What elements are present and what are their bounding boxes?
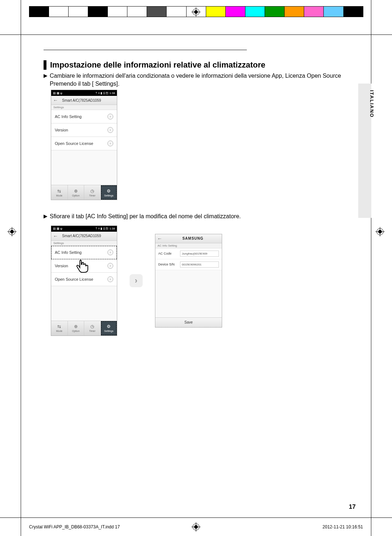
tab-settings[interactable]: ⚙Settings (101, 185, 117, 200)
field-label: Device S/N (158, 263, 180, 266)
triangle-icon: ▶ (44, 212, 48, 220)
tab-option[interactable]: ⊕Option (68, 321, 85, 336)
tab-option[interactable]: ⊕Option (68, 185, 85, 200)
arrow-right-icon: › (130, 274, 143, 287)
chevron-right-icon: › (107, 276, 113, 282)
screenshot-row: ▤▦ψ ⇡≡▮오전 1:38 ← Smart A/C(7825AD1059 Se… (51, 226, 356, 336)
heading-wrap: Impostazione delle informazioni relative… (44, 60, 356, 70)
chevron-right-icon: › (107, 141, 113, 146)
breadcrumb: Settings (51, 241, 117, 246)
list-item[interactable]: AC Info Setting› (51, 110, 117, 123)
back-icon[interactable]: ← (51, 233, 60, 239)
breadcrumb: Settings (51, 105, 117, 110)
field-label: AC Code (158, 252, 180, 255)
list-item[interactable]: Open Source License› (51, 273, 117, 286)
footer-timestamp: 2012-11-21 10:16:51 (323, 524, 363, 529)
field-row: AC Code Jungfrau(0015E909 (155, 248, 222, 259)
device-sn-input[interactable]: 0015E9096201 (180, 261, 219, 268)
list-item[interactable]: Open Source License› (51, 137, 117, 150)
footer: Crystal WiFi APP_IB_DB68-03373A_IT.indd … (29, 524, 363, 529)
language-label: ITALIANO (362, 90, 375, 118)
chevron-right-icon: › (107, 249, 113, 255)
status-time: 오전 1:38 (103, 227, 115, 230)
mode-icon: ⇆ (57, 188, 61, 194)
section-heading: Impostazione delle informazioni relative… (50, 60, 356, 70)
tab-bar: ⇆Mode ⊕Option ◷Timer ⚙Settings (51, 321, 117, 336)
back-icon[interactable]: ← (155, 236, 164, 241)
tab-settings[interactable]: ⚙Settings (101, 321, 117, 336)
registration-mark-icon (7, 227, 17, 236)
status-bar: ▤▦ψ ⇡≡▮오전 1:38 (51, 226, 117, 232)
bullet-text: Sfiorare il tab [AC Info Setting] per la… (50, 212, 241, 220)
tab-mode[interactable]: ⇆Mode (51, 185, 68, 200)
footer-file: Crystal WiFi APP_IB_DB68-03373A_IT.indd … (29, 524, 120, 529)
bullet-text: Cambiare le informazioni dell'aria condi… (50, 72, 356, 88)
status-time: 오전 1:38 (103, 92, 115, 95)
bullet-2: ▶ Sfiorare il tab [AC Info Setting] per … (44, 212, 356, 220)
option-icon: ⊕ (74, 188, 78, 194)
back-icon[interactable]: ← (51, 97, 60, 103)
phone-screenshot-3: ← SAMSUNG AC Info Setting AC Code Jungfr… (155, 234, 222, 328)
registration-mark-icon (375, 227, 385, 236)
app-title: Smart A/C(7825AD1059 (60, 98, 101, 102)
content-area: Impostazione delle informazioni relative… (44, 60, 356, 336)
heading-rule (44, 50, 247, 50)
timer-icon: ◷ (90, 188, 94, 194)
page-number: 17 (349, 503, 356, 511)
tab-mode[interactable]: ⇆Mode (51, 321, 68, 336)
ac-code-input[interactable]: Jungfrau(0015E909 (180, 251, 219, 257)
list-item[interactable]: Version› (51, 123, 117, 137)
app-title-row: ← Smart A/C(7825AD1059 (51, 96, 117, 105)
phone-screenshot-2: ▤▦ψ ⇡≡▮오전 1:38 ← Smart A/C(7825AD1059 Se… (51, 226, 117, 336)
bullet-1: ▶ Cambiare le informazioni dell'aria con… (44, 72, 356, 88)
brand-label: SAMSUNG (164, 236, 222, 240)
tab-bar: ⇆Mode ⊕Option ◷Timer ⚙Settings (51, 185, 117, 200)
breadcrumb: AC Info Setting (155, 243, 222, 248)
status-bar: ▤▦ψ ⇡≡▮오전 1:38 (51, 90, 117, 96)
chevron-right-icon: › (107, 263, 113, 269)
tab-timer[interactable]: ◷Timer (84, 321, 101, 336)
app-title: Smart A/C(7825AD1059 (60, 234, 101, 238)
chevron-right-icon: › (107, 127, 113, 133)
chevron-right-icon: › (107, 114, 113, 119)
app-title-row: ← Smart A/C(7825AD1059 (51, 232, 117, 241)
save-button[interactable]: Save (155, 317, 222, 327)
field-row: Device S/N 0015E9096201 (155, 259, 222, 270)
settings-list: AC Info Setting› Version› Open Source Li… (51, 110, 117, 150)
tab-timer[interactable]: ◷Timer (84, 185, 101, 200)
tap-hand-icon (74, 257, 90, 273)
triangle-icon: ▶ (44, 72, 48, 80)
page: ITALIANO Impostazione delle informazioni… (0, 0, 392, 536)
app-title-row: ← SAMSUNG (155, 234, 222, 243)
registration-mark-icon (191, 7, 201, 17)
language-tab: ITALIANO (358, 84, 371, 218)
gear-icon: ⚙ (107, 188, 111, 194)
phone-screenshot-1: ▤▦ψ ⇡≡▮오전 1:38 ← Smart A/C(7825AD1059 Se… (51, 90, 117, 200)
